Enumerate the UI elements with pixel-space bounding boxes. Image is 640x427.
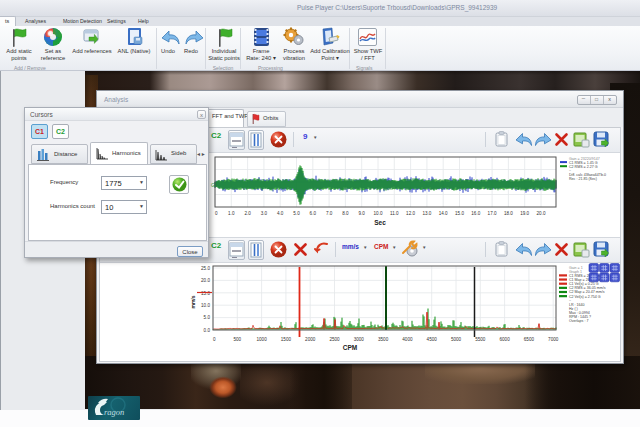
svg-text:5500: 5500 bbox=[475, 337, 486, 342]
svg-text:mm/s: mm/s bbox=[190, 295, 196, 308]
svg-text:4000: 4000 bbox=[402, 337, 413, 342]
svg-text:2500: 2500 bbox=[329, 337, 340, 342]
svg-text:0: 0 bbox=[213, 337, 216, 342]
svg-text:4500: 4500 bbox=[427, 337, 438, 342]
svg-text:25.0: 25.0 bbox=[201, 266, 210, 271]
svg-text:500: 500 bbox=[233, 337, 241, 342]
svg-text:0.0: 0.0 bbox=[204, 328, 211, 333]
svg-text:5000: 5000 bbox=[451, 337, 462, 342]
svg-text:1500: 1500 bbox=[281, 337, 292, 342]
svg-text:2000: 2000 bbox=[305, 337, 316, 342]
svg-text:5.0: 5.0 bbox=[204, 315, 211, 320]
svg-text:1000: 1000 bbox=[256, 337, 267, 342]
svg-text:CPM: CPM bbox=[343, 344, 357, 351]
svg-text:C2 Vel(s) = 2.754 G: C2 Vel(s) = 2.754 G bbox=[569, 295, 601, 299]
svg-text:3000: 3000 bbox=[354, 337, 365, 342]
svg-text:20.0: 20.0 bbox=[201, 278, 210, 283]
svg-text:Overlaps : 7: Overlaps : 7 bbox=[569, 319, 588, 323]
svg-text:6000: 6000 bbox=[499, 337, 510, 342]
svg-text:3500: 3500 bbox=[378, 337, 389, 342]
svg-text:7000: 7000 bbox=[548, 337, 559, 342]
svg-text:6500: 6500 bbox=[524, 337, 535, 342]
svg-text:10.0: 10.0 bbox=[201, 303, 210, 308]
